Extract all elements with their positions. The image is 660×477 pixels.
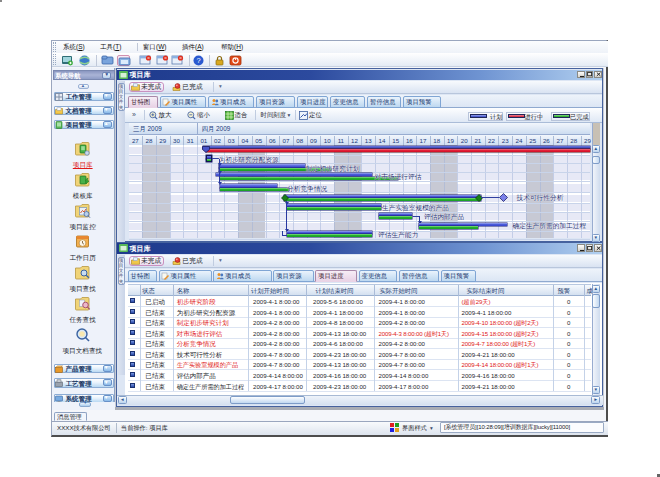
svg-text:?: ? bbox=[196, 56, 200, 65]
